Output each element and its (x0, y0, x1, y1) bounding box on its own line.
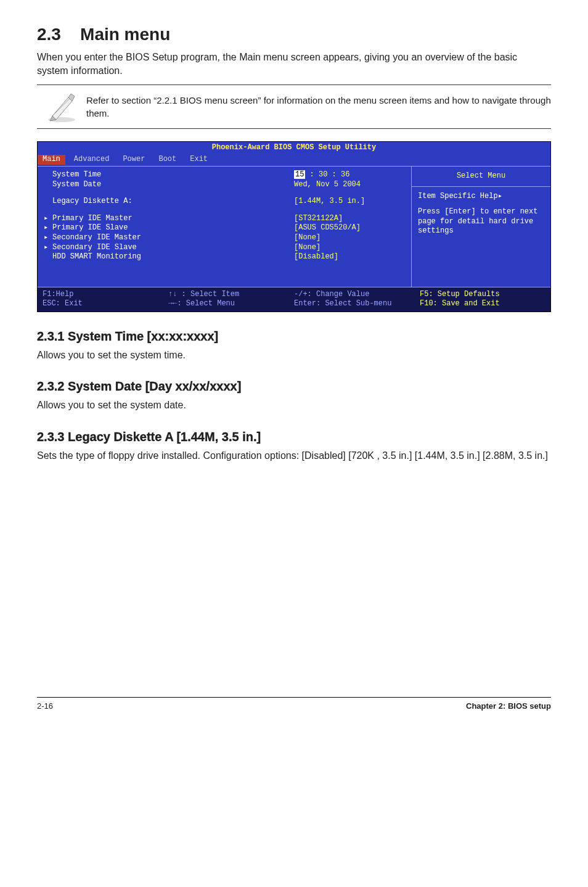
note-text: Refer to section “2.2.1 BIOS menu screen… (86, 94, 551, 120)
bios-setting-value: [None] (294, 243, 405, 253)
bios-help-body: Press [Enter] to enter next page for det… (418, 207, 544, 236)
bios-date-value[interactable]: Wed, Nov 5 2004 (294, 180, 405, 190)
section-title: Main menu (80, 25, 170, 44)
bios-help-panel: Select Menu Item Specific Help▸ Press [E… (411, 167, 550, 287)
triangle-right-icon: ▸ (44, 243, 52, 253)
bios-menu-boot[interactable]: Boot (158, 155, 176, 165)
section-number: 2.3 (37, 25, 61, 44)
foot-select-menu: →←: Select Menu (168, 299, 235, 308)
bios-date-label: System Date (52, 180, 101, 189)
foot-save: F10: Save and Exit (420, 299, 500, 308)
section-heading: 2.3 Main menu (37, 25, 551, 44)
bios-setting-value: [1.44M, 3.5 in.] (294, 197, 405, 207)
triangle-right-icon: ▸ (44, 233, 52, 243)
bios-menu-advanced[interactable]: Advanced (74, 155, 110, 165)
bios-menu-bar: Main Advanced Power Boot Exit (38, 154, 550, 166)
bios-setting-row[interactable]: HDD SMART Monitoring[Disabled] (44, 252, 405, 262)
subsection-body: Allows you to set the system time. (37, 349, 551, 362)
foot-help: F1:Help (43, 290, 73, 299)
foot-select-item: ↑↓ : Select Item (168, 290, 239, 299)
bios-setting-label: Primary IDE Master (52, 214, 133, 223)
bios-setting-label: Legacy Diskette A: (52, 197, 133, 205)
bios-title: Phoenix-Award BIOS CMOS Setup Utility (38, 142, 550, 154)
bios-setting-value: [ST321122A] (294, 214, 405, 224)
bios-menu-exit[interactable]: Exit (190, 155, 208, 165)
foot-enter: Enter: Select Sub-menu (294, 299, 391, 308)
triangle-right-icon: ▸ (44, 214, 52, 224)
subsection-body: Sets the type of floppy drive installed.… (37, 449, 551, 463)
foot-defaults: F5: Setup Defaults (420, 290, 500, 299)
bios-footer: F1:Help ESC: Exit ↑↓ : Select Item →←: S… (38, 287, 550, 311)
bios-setting-label: Secondary IDE Slave (52, 243, 137, 252)
foot-change: -/+: Change Value (294, 290, 369, 299)
bios-setting-value: [None] (294, 233, 405, 243)
bios-setting-label: HDD SMART Monitoring (52, 252, 141, 261)
bios-setting-row[interactable]: ▸Secondary IDE Master[None] (44, 233, 405, 243)
bios-main-panel: System Time 15 : 30 : 36 System Date Wed… (38, 167, 411, 287)
triangle-right-icon: ▸ (498, 192, 502, 200)
note-block: Refer to section “2.2.1 BIOS menu screen… (37, 85, 551, 129)
triangle-right-icon: ▸ (44, 223, 52, 233)
subsection-body: Allows you to set the system date. (37, 398, 551, 412)
chapter-label: Chapter 2: BIOS setup (466, 701, 551, 711)
bios-time-value[interactable]: 15 : 30 : 36 (294, 170, 405, 180)
subsection-heading: 2.3.1 System Time [xx:xx:xxxx] (37, 329, 551, 344)
page-number: 2-16 (37, 701, 53, 711)
bios-setting-row[interactable]: ▸Primary IDE Master[ST321122A] (44, 214, 405, 224)
bios-setting-value: [ASUS CDS520/A] (294, 223, 405, 233)
note-icon (37, 90, 86, 123)
bios-time-label: System Time (52, 170, 101, 179)
section-intro: When you enter the BIOS Setup program, t… (37, 51, 551, 78)
page-footer: 2-16 Chapter 2: BIOS setup (37, 697, 551, 711)
bios-setting-value: [Disabled] (294, 252, 405, 262)
bios-help-title: Select Menu (412, 167, 550, 187)
bios-setting-row[interactable]: Legacy Diskette A:[1.44M, 3.5 in.] (44, 197, 405, 207)
bios-setting-row[interactable]: ▸Primary IDE Slave[ASUS CDS520/A] (44, 223, 405, 233)
bios-menu-main[interactable]: Main (38, 155, 65, 165)
bios-setting-label: Primary IDE Slave (52, 223, 128, 232)
bios-help-subtitle: Item Specific Help (418, 192, 498, 200)
subsection-heading: 2.3.3 Legacy Diskette A [1.44M, 3.5 in.] (37, 430, 551, 444)
bios-screenshot: Phoenix-Award BIOS CMOS Setup Utility Ma… (37, 141, 551, 312)
bios-menu-power[interactable]: Power (123, 155, 145, 165)
bios-setting-label: Secondary IDE Master (52, 233, 141, 242)
bios-setting-row[interactable]: ▸Secondary IDE Slave[None] (44, 243, 405, 253)
foot-exit: ESC: Exit (43, 299, 83, 308)
subsection-heading: 2.3.2 System Date [Day xx/xx/xxxx] (37, 379, 551, 394)
